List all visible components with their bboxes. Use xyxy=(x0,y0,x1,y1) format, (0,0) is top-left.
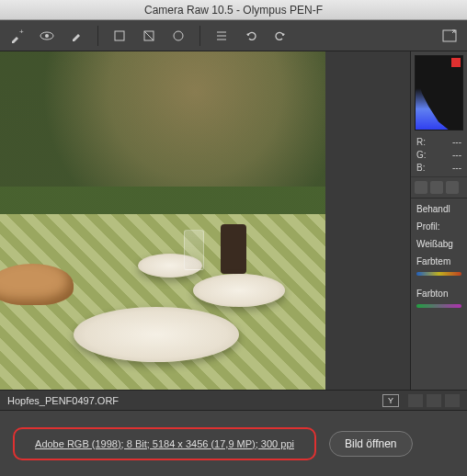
svg-line-5 xyxy=(144,31,154,40)
eye-icon[interactable] xyxy=(39,28,55,44)
histogram[interactable] xyxy=(415,55,463,130)
tint-label: Farbton xyxy=(411,283,467,300)
top-toolbar: + xyxy=(0,20,467,51)
redo-icon[interactable] xyxy=(272,28,289,44)
svg-point-2 xyxy=(45,34,49,38)
image-preview[interactable] xyxy=(0,51,410,390)
svg-text:+: + xyxy=(19,28,24,36)
y-badge[interactable]: Y xyxy=(382,394,399,407)
tint-slider[interactable] xyxy=(416,304,461,308)
list-icon[interactable] xyxy=(213,28,230,44)
photo-placeholder xyxy=(0,51,325,390)
svg-point-6 xyxy=(174,31,183,40)
crop-alt-icon[interactable] xyxy=(141,28,157,44)
filename-bar: Hopfes_PENF0497.ORF Y xyxy=(0,390,467,410)
fullscreen-icon[interactable] xyxy=(441,28,458,44)
right-panel: R:--- G:--- B:--- Behandl Profil: Weißab… xyxy=(410,51,467,390)
brush-icon[interactable] xyxy=(68,28,85,44)
compare-icon[interactable] xyxy=(408,394,423,407)
temperature-label: Farbtem xyxy=(411,251,467,268)
basic-tab-icon[interactable] xyxy=(415,181,427,194)
g-value: --- xyxy=(452,149,461,162)
g-label: G: xyxy=(416,149,427,162)
r-value: --- xyxy=(452,136,461,149)
open-image-button[interactable]: Bild öffnen xyxy=(329,431,413,457)
curve-tab-icon[interactable] xyxy=(430,181,443,194)
workflow-options-link[interactable]: Adobe RGB (1998); 8 Bit; 5184 x 3456 (17… xyxy=(13,427,316,460)
detail-tab-icon[interactable] xyxy=(446,181,459,194)
treatment-label: Behandl xyxy=(411,198,467,216)
clipping-warning-icon[interactable] xyxy=(451,58,461,67)
whitebalance-label: Weißabg xyxy=(411,233,467,251)
footer-bar: Adobe RGB (1998); 8 Bit; 5184 x 3456 (17… xyxy=(0,410,467,476)
window-title: Camera Raw 10.5 - Olympus PEN-F xyxy=(144,4,323,17)
panel-tabs xyxy=(411,176,467,198)
rgb-readout: R:--- G:--- B:--- xyxy=(411,134,467,176)
undo-icon[interactable] xyxy=(243,28,259,44)
crop-icon[interactable] xyxy=(111,28,128,44)
compare-alt-icon[interactable] xyxy=(427,394,441,407)
b-label: B: xyxy=(416,162,425,175)
toolbar-separator xyxy=(97,26,98,46)
circle-icon[interactable] xyxy=(170,28,187,44)
toolbar-separator xyxy=(199,26,200,46)
eyedropper-plus-icon[interactable]: + xyxy=(9,28,26,44)
window-titlebar: Camera Raw 10.5 - Olympus PEN-F xyxy=(0,0,467,20)
temperature-slider[interactable] xyxy=(416,272,461,276)
b-value: --- xyxy=(452,162,461,175)
main-area: R:--- G:--- B:--- Behandl Profil: Weißab… xyxy=(0,51,467,390)
profile-label: Profil: xyxy=(411,216,467,233)
filename-text: Hopfes_PENF0497.ORF xyxy=(7,395,119,406)
r-label: R: xyxy=(416,136,426,149)
svg-rect-3 xyxy=(115,31,124,40)
filmstrip-icon[interactable] xyxy=(445,394,460,407)
